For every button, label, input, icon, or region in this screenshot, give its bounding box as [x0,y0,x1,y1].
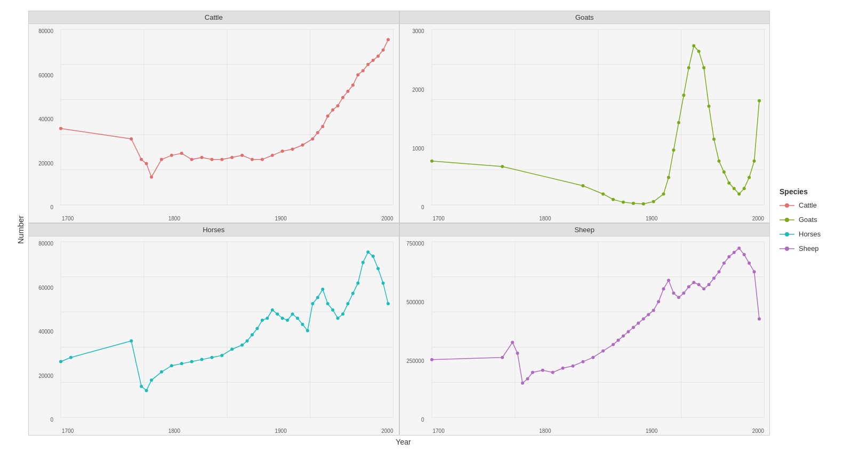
svg-point-80 [727,181,730,185]
svg-point-11 [59,127,62,130]
svg-point-154 [501,356,504,359]
legend-item-goats: Goats [779,216,846,224]
svg-point-18 [180,152,183,155]
main-container: Number Cattle020000400006000080000170018… [13,11,855,448]
chart-title-sheep: Sheep [400,224,770,236]
svg-point-178 [667,279,670,282]
svg-point-26 [261,158,264,161]
svg-point-86 [758,99,761,102]
chart-body-horses: 020000400006000080000 [29,236,399,427]
svg-point-75 [702,66,705,69]
svg-point-12 [130,137,133,140]
svg-point-190 [727,255,730,258]
y-axis-label: Number [13,11,28,448]
svg-point-114 [251,333,254,336]
svg-point-128 [321,288,324,291]
svg-point-39 [351,84,355,87]
chart-sheep: Sheep02500005000007500001700180019002000 [399,223,770,436]
chart-title-cattle: Cattle [29,11,399,24]
svg-point-109 [210,356,213,359]
svg-point-175 [652,308,655,312]
svg-point-14 [145,162,148,165]
svg-point-188 [717,270,720,273]
svg-point-61 [601,192,605,195]
svg-point-134 [351,292,355,295]
svg-point-58 [430,160,433,163]
svg-point-116 [261,319,264,322]
svg-point-66 [652,200,655,203]
svg-point-174 [647,313,650,316]
svg-point-40 [356,73,359,76]
svg-point-164 [581,360,584,363]
svg-point-100 [130,339,133,343]
svg-point-105 [170,364,173,367]
svg-point-170 [626,330,630,334]
svg-point-110 [220,354,223,357]
svg-point-107 [190,360,194,363]
svg-point-72 [687,66,690,69]
svg-point-173 [641,317,645,320]
svg-point-81 [732,187,735,190]
svg-point-153 [430,358,433,361]
svg-point-104 [160,370,163,374]
svg-point-44 [376,54,380,58]
svg-point-204 [785,247,789,251]
svg-point-158 [526,377,529,381]
svg-point-169 [621,335,624,338]
svg-point-108 [200,358,204,361]
svg-point-28 [281,149,284,153]
svg-point-126 [311,302,314,305]
chart-svg-cattle [57,24,399,215]
svg-point-180 [677,296,680,299]
svg-point-13 [140,158,143,161]
svg-point-59 [501,165,504,168]
svg-point-136 [361,261,365,264]
legend-item-horses: Horses [779,230,846,238]
svg-point-77 [712,138,716,141]
svg-point-38 [346,90,349,93]
svg-point-115 [255,327,259,330]
svg-point-198 [785,203,789,208]
svg-point-187 [712,276,716,280]
svg-point-33 [321,125,324,128]
chart-title-horses: Horses [29,224,399,236]
chart-body-goats: 0100020003000 [400,24,770,215]
svg-point-106 [180,362,183,365]
svg-point-32 [316,131,319,134]
svg-point-35 [331,108,334,112]
svg-point-78 [717,160,720,163]
svg-point-189 [722,262,725,265]
svg-point-101 [140,385,143,388]
svg-point-111 [230,347,234,351]
svg-point-122 [291,312,294,315]
svg-point-112 [240,344,244,347]
svg-point-27 [271,154,274,157]
svg-point-191 [732,251,735,254]
svg-point-45 [382,49,385,52]
svg-point-179 [672,291,675,295]
svg-point-31 [311,137,314,140]
svg-point-29 [291,147,294,151]
svg-point-140 [382,281,385,284]
svg-point-167 [612,343,615,346]
svg-point-103 [150,378,153,382]
svg-point-23 [230,156,234,159]
svg-point-184 [697,283,700,286]
svg-point-176 [657,300,660,303]
svg-point-141 [387,302,390,305]
svg-point-162 [561,367,564,370]
chart-svg-sheep [428,236,770,427]
svg-point-155 [511,341,514,344]
svg-point-186 [707,283,710,286]
svg-point-15 [150,176,153,179]
chart-cattle: Cattle0200004000060000800001700180019002… [28,11,399,223]
svg-point-85 [752,160,756,163]
svg-point-68 [667,176,670,179]
svg-point-172 [637,321,640,325]
svg-point-62 [612,198,615,201]
svg-point-124 [301,323,304,326]
svg-point-127 [316,296,319,299]
svg-point-194 [748,262,751,265]
svg-point-74 [697,50,700,53]
svg-point-163 [571,365,574,368]
